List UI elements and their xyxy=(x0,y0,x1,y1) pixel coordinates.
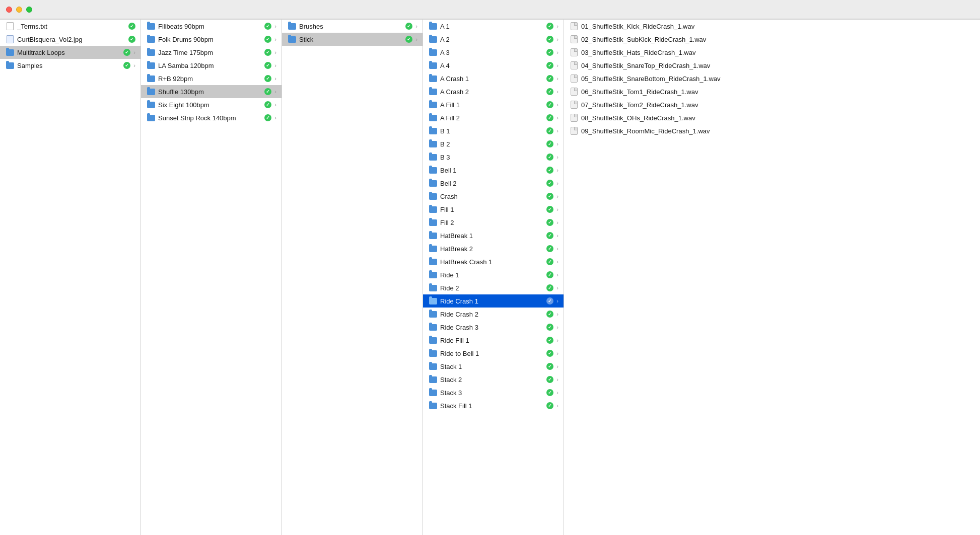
item-status: › xyxy=(546,311,558,318)
list-item[interactable]: HatBreak Crash 1 › xyxy=(423,255,564,268)
item-icon xyxy=(429,362,437,370)
check-icon xyxy=(546,36,553,43)
check-icon xyxy=(264,75,271,82)
list-item[interactable]: Ride Crash 2 › xyxy=(423,308,564,321)
list-item[interactable]: A Crash 1 › xyxy=(423,72,564,85)
list-item[interactable]: A 3 › xyxy=(423,46,564,59)
list-item[interactable]: Multitrack Loops › xyxy=(0,46,141,59)
list-item[interactable]: Shuffle 130bpm › xyxy=(141,85,282,98)
list-item[interactable]: _Terms.txt xyxy=(0,20,141,33)
item-name: Ride Fill 1 xyxy=(440,337,544,344)
chevron-icon: › xyxy=(556,298,558,304)
list-item[interactable]: Samples › xyxy=(0,59,141,72)
list-item[interactable]: Six Eight 100bpm › xyxy=(141,98,282,111)
list-item[interactable]: 02_ShuffleStik_SubKick_RideCrash_1.wav xyxy=(564,33,980,46)
check-icon xyxy=(264,36,271,43)
list-item[interactable]: Bell 1 › xyxy=(423,164,564,177)
list-item[interactable]: R+B 92bpm › xyxy=(141,72,282,85)
item-name: B 3 xyxy=(440,154,544,161)
item-status: › xyxy=(546,297,558,304)
item-icon xyxy=(570,101,578,109)
item-name: A 3 xyxy=(440,49,544,56)
list-item[interactable]: Ride Crash 3 › xyxy=(423,321,564,334)
item-name: Stack 3 xyxy=(440,389,544,397)
list-item[interactable]: Stack 1 › xyxy=(423,360,564,373)
list-item[interactable]: 03_ShuffleStik_Hats_RideCrash_1.wav xyxy=(564,46,980,59)
item-status: › xyxy=(546,88,558,95)
list-item[interactable]: Bell 2 › xyxy=(423,177,564,190)
item-icon xyxy=(6,35,14,43)
list-item[interactable]: LA Samba 120bpm › xyxy=(141,59,282,72)
list-item[interactable]: B 3 › xyxy=(423,150,564,164)
item-icon xyxy=(147,61,155,69)
list-item[interactable]: Jazz Time 175bpm › xyxy=(141,46,282,59)
close-button[interactable] xyxy=(6,7,12,13)
list-item[interactable]: Brushes › xyxy=(282,20,423,33)
check-icon xyxy=(546,389,553,396)
chevron-icon: › xyxy=(556,337,558,343)
list-item[interactable]: Stack 2 › xyxy=(423,373,564,386)
check-icon xyxy=(546,101,553,108)
item-name: HatBreak 1 xyxy=(440,232,544,240)
list-item[interactable]: Crash › xyxy=(423,190,564,203)
check-icon xyxy=(546,180,553,187)
list-item[interactable]: A Fill 2 › xyxy=(423,111,564,124)
list-item[interactable]: CurtBisquera_Vol2.jpg xyxy=(0,33,141,46)
check-icon xyxy=(546,167,553,174)
chevron-icon: › xyxy=(556,154,558,160)
list-item[interactable]: Filibeats 90bpm › xyxy=(141,20,282,33)
list-item[interactable]: Fill 2 › xyxy=(423,216,564,229)
list-item[interactable]: A Crash 2 › xyxy=(423,85,564,98)
column-4: A 1 › A 2 › A 3 › A 4 › xyxy=(423,20,564,535)
list-item[interactable]: Folk Drums 90bpm › xyxy=(141,33,282,46)
list-item[interactable]: Ride 1 › xyxy=(423,268,564,281)
chevron-icon: › xyxy=(274,75,276,82)
list-item[interactable]: Ride Fill 1 › xyxy=(423,334,564,347)
item-name: Bell 1 xyxy=(440,167,544,174)
item-name: A Crash 2 xyxy=(440,88,544,96)
chevron-icon: › xyxy=(274,36,276,42)
list-item[interactable]: Sunset Strip Rock 140bpm › xyxy=(141,111,282,124)
list-item[interactable]: 01_ShuffleStik_Kick_RideCrash_1.wav xyxy=(564,20,980,33)
list-item[interactable]: 05_ShuffleStik_SnareBottom_RideCrash_1.w… xyxy=(564,72,980,85)
chevron-icon: › xyxy=(556,180,558,186)
chevron-icon: › xyxy=(556,36,558,42)
item-icon xyxy=(570,61,578,69)
list-item[interactable]: Ride 2 › xyxy=(423,281,564,294)
check-icon xyxy=(546,114,553,121)
check-icon xyxy=(264,114,271,121)
list-item[interactable]: A 4 › xyxy=(423,59,564,72)
item-name: A Crash 1 xyxy=(440,75,544,83)
minimize-button[interactable] xyxy=(16,7,22,13)
list-item[interactable]: 07_ShuffleStik_Tom2_RideCrash_1.wav xyxy=(564,98,980,111)
list-item[interactable]: B 2 › xyxy=(423,137,564,150)
list-item[interactable]: Ride to Bell 1 › xyxy=(423,347,564,360)
list-item[interactable]: 09_ShuffleStik_RoomMic_RideCrash_1.wav xyxy=(564,124,980,137)
list-item[interactable]: Fill 1 › xyxy=(423,203,564,216)
list-item[interactable]: A Fill 1 › xyxy=(423,98,564,111)
list-item[interactable]: 06_ShuffleStik_Tom1_RideCrash_1.wav xyxy=(564,85,980,98)
item-icon xyxy=(147,101,155,109)
check-icon xyxy=(546,193,553,200)
list-item[interactable]: B 1 › xyxy=(423,124,564,137)
item-icon xyxy=(429,375,437,384)
item-icon xyxy=(147,88,155,96)
list-item[interactable]: Stack Fill 1 › xyxy=(423,399,564,412)
list-item[interactable]: Stick › xyxy=(282,33,423,46)
item-name: R+B 92bpm xyxy=(158,75,262,83)
list-item[interactable]: HatBreak 2 › xyxy=(423,242,564,255)
list-item[interactable]: Ride Crash 1 › xyxy=(423,294,564,308)
maximize-button[interactable] xyxy=(26,7,32,13)
chevron-icon: › xyxy=(415,36,417,42)
check-icon xyxy=(264,62,271,69)
list-item[interactable]: Stack 3 › xyxy=(423,386,564,399)
item-name: A 4 xyxy=(440,62,544,69)
chevron-icon: › xyxy=(556,259,558,265)
list-item[interactable]: 04_ShuffleStik_SnareTop_RideCrash_1.wav xyxy=(564,59,980,72)
item-name: Ride Crash 1 xyxy=(440,297,544,305)
list-item[interactable]: 08_ShuffleStik_OHs_RideCrash_1.wav xyxy=(564,111,980,124)
list-item[interactable]: A 2 › xyxy=(423,33,564,46)
list-item[interactable]: A 1 › xyxy=(423,20,564,33)
item-icon xyxy=(429,153,437,161)
list-item[interactable]: HatBreak 1 › xyxy=(423,229,564,242)
